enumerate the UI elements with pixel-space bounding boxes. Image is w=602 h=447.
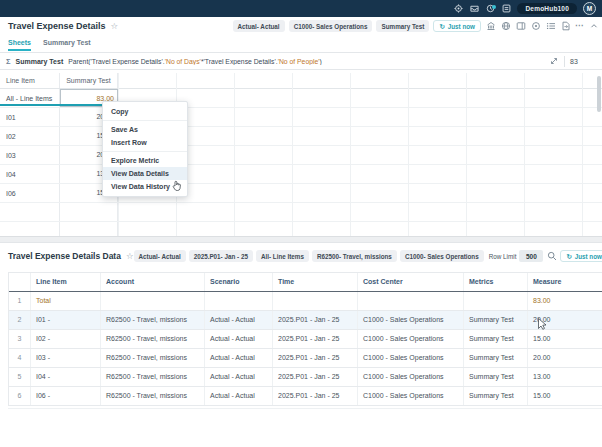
table-row[interactable]: 3 I02 - R62500 - Travel, missions Actual… (9, 330, 602, 349)
collapse-icon[interactable] (588, 21, 599, 32)
menu-item-copy[interactable]: Copy (103, 105, 187, 118)
sheet-toolbar: Actual- Actual C1000- Sales Operations S… (233, 20, 599, 32)
filter-chip-line-items[interactable]: All- Line Items (256, 250, 309, 262)
data-details-panel: Travel Expense Details Data ☆ Actual- Ac… (0, 243, 602, 447)
export-icon[interactable] (560, 21, 571, 32)
list-icon[interactable] (545, 21, 556, 32)
col-scenario: Scenario (205, 273, 273, 291)
menu-item-view-data-details[interactable]: View Data Details (103, 167, 187, 180)
grid-row-i01[interactable]: I01 20.00 (0, 108, 602, 127)
table-bottom-border (8, 408, 602, 409)
data-panel-title: Travel Expense Details Data (8, 251, 121, 261)
col-measure: Measure (528, 273, 602, 291)
favorite-star-icon[interactable]: ☆ (126, 251, 134, 261)
building-icon[interactable] (485, 21, 496, 32)
row-limit-input[interactable] (519, 250, 543, 262)
table-row[interactable]: 6 I06 - R62500 - Travel, missions Actual… (9, 387, 602, 406)
formula-metric-name: Summary Test (16, 58, 64, 65)
context-menu: Copy Save As Insert Row Explore Metric V… (102, 101, 188, 197)
table-row[interactable]: 4 I03 - R62500 - Travel, missions Actual… (9, 349, 602, 368)
grid-header-row: Line Item Summary Test (0, 73, 602, 89)
grid-col-summary-test: Summary Test (60, 73, 118, 88)
col-time: Time (273, 273, 358, 291)
menu-item-save-as[interactable]: Save As (103, 123, 187, 136)
refresh-button[interactable]: ↻ Just now (433, 20, 481, 32)
refresh-button[interactable]: ↻ Just now (560, 250, 602, 262)
tab-summary-test[interactable]: Summary Test (43, 39, 91, 51)
sheet-tabs: Sheets Summary Test (8, 39, 91, 51)
search-icon[interactable] (546, 251, 557, 262)
col-cost-center: Cost Center (358, 273, 464, 291)
data-panel-header: Travel Expense Details Data ☆ Actual- Ac… (0, 243, 602, 269)
notification-dot (492, 5, 496, 9)
filter-chip-time[interactable]: 2025.P01- Jan - 25 (189, 250, 253, 262)
grid-row-i06[interactable]: I06 15.00 (0, 184, 602, 203)
grid-col-line-item: Line Item (0, 73, 60, 88)
table-row[interactable]: 2 I01 - R62500 - Travel, missions Actual… (9, 311, 602, 330)
grid-row-i02[interactable]: I02 15.00 (0, 127, 602, 146)
divider (564, 56, 565, 67)
col-metrics: Metrics (464, 273, 528, 291)
expand-formula-icon[interactable] (548, 56, 559, 67)
divider (103, 120, 187, 121)
row-limit-label: Row Limit (489, 253, 517, 260)
table-row[interactable]: 5 I04 - R62500 - Travel, missions Actual… (9, 368, 602, 387)
tenant-button[interactable]: DemoHub100 (517, 3, 577, 14)
refresh-icon: ↻ (439, 23, 444, 30)
favorite-star-icon[interactable]: ☆ (111, 21, 119, 31)
inbox-icon[interactable] (469, 4, 479, 14)
col-account: Account (101, 273, 205, 291)
tab-sheets[interactable]: Sheets (8, 39, 31, 51)
formula-text[interactable]: Parent('Travel Expense Details'.'No of D… (68, 58, 543, 65)
target-icon[interactable] (530, 21, 541, 32)
filter-chip-scenario[interactable]: Actual- Actual (233, 20, 285, 32)
sheet-grid: Line Item Summary Test All - Line Items … (0, 73, 602, 237)
page-title: Travel Expense Details☆ (8, 21, 118, 31)
menu-item-insert-row[interactable]: Insert Row (103, 136, 187, 149)
table-header-row: Line Item Account Scenario Time Cost Cen… (9, 272, 602, 292)
formula-bar[interactable]: Σ Summary Test Parent('Travel Expense De… (0, 52, 602, 70)
col-line-item: Line Item (31, 273, 101, 291)
apps-icon[interactable] (501, 4, 511, 14)
grid-row-empty[interactable] (0, 203, 602, 222)
top-navbar: DemoHub100 M (0, 0, 602, 17)
app-window: DemoHub100 M Travel Expense Details☆ Act… (0, 0, 602, 447)
selection-indicator (0, 104, 118, 106)
layout-icon[interactable] (515, 21, 526, 32)
panel-divider (0, 236, 602, 243)
filter-chip-account[interactable]: R62500- Travel, missions (312, 250, 397, 262)
filter-chip-scenario[interactable]: Actual- Actual (134, 250, 186, 262)
divider (103, 151, 187, 152)
formula-cell-value: 83 (570, 58, 596, 65)
settings-icon[interactable] (453, 4, 463, 14)
formula-icon: Σ (6, 57, 11, 66)
vertical-scrollbar[interactable] (597, 76, 601, 112)
data-details-table: Line Item Account Scenario Time Cost Cen… (8, 272, 602, 406)
grid-row-i04[interactable]: I04 13.00 (0, 165, 602, 184)
menu-item-view-data-history[interactable]: View Data History (103, 180, 187, 193)
menu-item-explore-metric[interactable]: Explore Metric (103, 154, 187, 167)
history-icon[interactable] (485, 4, 495, 14)
grid-row-i03[interactable]: I03 20.00 (0, 146, 602, 165)
filter-chip-costcenter[interactable]: C1000- Sales Operations (289, 20, 373, 32)
filter-chip-metric[interactable]: Summary Test (376, 20, 429, 32)
grid-row-empty[interactable] (0, 222, 602, 237)
more-icon[interactable]: ⋯ (575, 23, 584, 29)
total-link[interactable]: Total (31, 292, 101, 310)
globe-icon[interactable] (500, 21, 511, 32)
filter-chip-costcenter[interactable]: C1000- Sales Operations (400, 250, 484, 262)
table-row[interactable]: 1 Total 83.00 (9, 292, 602, 311)
data-panel-toolbar: Actual- Actual 2025.P01- Jan - 25 All- L… (134, 250, 602, 262)
user-avatar[interactable]: M (583, 2, 596, 15)
refresh-icon: ↻ (566, 253, 571, 260)
